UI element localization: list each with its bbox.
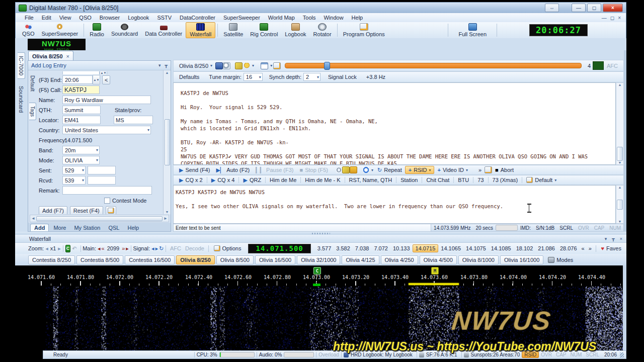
menu-logbook[interactable]: Logbook bbox=[124, 14, 153, 21]
satellite-button[interactable]: Satellite bbox=[220, 22, 247, 38]
modes-button[interactable]: Modes bbox=[545, 256, 576, 263]
maximize-button[interactable]: ◻ bbox=[587, 4, 601, 12]
signal-right-icon[interactable]: ▸ bbox=[154, 245, 159, 252]
country-select[interactable]: United States▾ bbox=[62, 126, 151, 134]
state-field[interactable]: MS bbox=[114, 116, 153, 124]
radio-button[interactable]: Radio bbox=[86, 22, 108, 38]
macro-station[interactable]: Station bbox=[397, 176, 421, 184]
main-fast-left-icon[interactable]: « bbox=[101, 245, 106, 251]
program-options-button[interactable]: Program Options bbox=[340, 22, 388, 38]
select-icon[interactable] bbox=[336, 167, 342, 173]
eraser-icon[interactable] bbox=[342, 166, 350, 173]
fav-freq-7038[interactable]: 7.038 bbox=[353, 245, 372, 252]
locator-field[interactable]: EM41 bbox=[62, 116, 101, 124]
menu-browser[interactable]: Browser bbox=[96, 14, 124, 21]
mdi-close-icon[interactable]: × bbox=[618, 15, 621, 21]
remark-field[interactable] bbox=[62, 186, 152, 195]
scroll-left-icon[interactable]: ◄ bbox=[31, 216, 35, 221]
full-screen-button[interactable]: Full Screen bbox=[450, 22, 495, 38]
end-time-field[interactable]: 20:06 bbox=[62, 75, 93, 84]
tx-options-icon[interactable] bbox=[485, 166, 492, 173]
form-vscrollbar[interactable]: ▲ ▼ bbox=[163, 70, 171, 214]
squelch-slider[interactable] bbox=[285, 63, 582, 68]
start-time-field[interactable] bbox=[62, 71, 100, 74]
macro-cq2[interactable]: ▶CQ x 2 bbox=[176, 176, 206, 184]
wf-afc-toggle[interactable]: AFC bbox=[168, 245, 183, 251]
pin-icon[interactable]: ┳ bbox=[165, 63, 168, 68]
tx-text-pane[interactable]: KA5TPJ KA5TPJ de NW7US NW7US Yes, I see … bbox=[173, 185, 616, 224]
menu-help[interactable]: Help bbox=[348, 14, 367, 21]
wf-decode-toggle[interactable]: Decode bbox=[183, 245, 206, 251]
supersweeper-button[interactable]: SuperSweeper bbox=[38, 22, 82, 38]
rx-vscrollbar[interactable]: ▲▼ bbox=[616, 82, 624, 165]
sent-select[interactable]: 529▾ bbox=[62, 166, 86, 174]
fav-freq-28076[interactable]: 28.076 bbox=[557, 245, 580, 252]
callsign-field[interactable]: KA5TPJ bbox=[62, 85, 100, 94]
fav-freq-18102[interactable]: 18.102 bbox=[514, 245, 536, 252]
sent-extra-field[interactable] bbox=[88, 166, 116, 174]
pause-button[interactable]: ▎▎Pause (F3) bbox=[253, 166, 296, 174]
faves-button[interactable]: ♥Faves bbox=[598, 245, 624, 252]
fav-freq-3577[interactable]: 3.577 bbox=[315, 245, 334, 252]
rig-control-button[interactable]: Rig Control bbox=[247, 22, 281, 38]
menu-datacontroller[interactable]: DataController bbox=[176, 14, 219, 21]
mode-tab-olivia-8-1000[interactable]: Olivia 8/1000 bbox=[458, 255, 499, 264]
tab-close-icon[interactable]: × bbox=[66, 53, 69, 59]
squelch-slider-thumb[interactable] bbox=[324, 62, 330, 70]
resize-icon[interactable]: ⇔ bbox=[545, 4, 559, 12]
tx-vscrollbar[interactable]: ▲▼ bbox=[616, 185, 624, 224]
macro-cq4[interactable]: ▶CQ x 4 bbox=[208, 176, 238, 184]
menu-sstv[interactable]: SSTV bbox=[153, 14, 176, 21]
auto-button[interactable]: ▶▏Auto (F2) bbox=[213, 166, 253, 174]
waterfall-button[interactable]: Waterfall bbox=[186, 22, 215, 38]
reset-button[interactable]: Reset (F4) bbox=[70, 206, 103, 215]
mode-tab-contestia-8-250[interactable]: Contestia 8/250 bbox=[28, 255, 75, 264]
center-marker[interactable]: C bbox=[313, 267, 321, 275]
mode-tab-olivia-8-500[interactable]: Olivia 8/500 bbox=[216, 255, 254, 264]
wf-options-button[interactable]: Options bbox=[211, 245, 245, 252]
rx-mode-dropdown[interactable]: Olivia 8/250▾ bbox=[176, 62, 215, 69]
menu-tools[interactable]: Tools bbox=[299, 14, 320, 21]
menu-worldmap[interactable]: World Map bbox=[264, 14, 299, 21]
undo-icon[interactable]: ↶ bbox=[70, 245, 78, 252]
scroll-up-icon[interactable]: ▲ bbox=[618, 83, 622, 86]
qth-field[interactable]: Summit bbox=[62, 106, 101, 114]
signal-lock-button[interactable]: Signal Lock bbox=[325, 73, 360, 80]
side-tab-default[interactable]: Default bbox=[29, 72, 36, 95]
fav-freq-3582[interactable]: 3.582 bbox=[334, 245, 353, 252]
fav-freq-141085[interactable]: 14.1085 bbox=[489, 245, 514, 252]
mode-tab-olivia-4-500[interactable]: Olivia 4/500 bbox=[420, 255, 457, 264]
log-options-button[interactable] bbox=[106, 206, 116, 215]
macro-default-dropdown[interactable]: Default▾ bbox=[523, 176, 559, 184]
menu-window[interactable]: Window bbox=[319, 14, 347, 21]
document-tab-olivia[interactable]: Olivia 8/250 × bbox=[28, 51, 73, 61]
prev-time-button[interactable]: < bbox=[102, 75, 110, 84]
save-icon[interactable] bbox=[215, 62, 223, 69]
waterfall-display[interactable]: C M 14.071.60 14.071.80 14.072.00 14.072… bbox=[15, 265, 626, 351]
macro-chit-chat[interactable]: Chit Chat bbox=[423, 176, 452, 184]
minimize-button[interactable]: — bbox=[572, 4, 586, 12]
side-tab-soundcard[interactable]: Soundcard bbox=[18, 83, 25, 116]
tab-my-station[interactable]: My Station bbox=[70, 224, 104, 231]
rx-options-icon[interactable] bbox=[273, 62, 281, 69]
mouse-marker[interactable]: M bbox=[431, 267, 439, 275]
pin-icon[interactable]: ┳ bbox=[612, 236, 614, 241]
mode-tab-olivia-4-250[interactable]: Olivia 4/250 bbox=[381, 255, 418, 264]
mdi-restore-icon[interactable]: ◻ bbox=[610, 15, 614, 21]
menu-edit[interactable]: Edit bbox=[38, 14, 55, 21]
send-button[interactable]: ▶Send (F4) bbox=[176, 166, 213, 174]
scroll-down-icon[interactable]: ▼ bbox=[618, 161, 622, 164]
mode-tab-contestia-16-500[interactable]: Contestia 16/500 bbox=[125, 255, 175, 264]
add-button[interactable]: Add (F7) bbox=[39, 206, 67, 215]
fav-freq-141065[interactable]: 14.1065 bbox=[438, 245, 463, 252]
rotator-button[interactable]: Rotator bbox=[310, 22, 335, 38]
rx-text-pane[interactable]: KA5TPJ de NW7US Hi Roy. Your signal is 5… bbox=[173, 82, 616, 165]
synch-depth-select[interactable]: 2▾ bbox=[303, 73, 320, 81]
eraser-icon[interactable] bbox=[235, 62, 243, 69]
close-icon[interactable]: × bbox=[620, 236, 622, 241]
rsid-toggle[interactable]: +RSID▾ bbox=[405, 166, 435, 174]
defaults-button[interactable]: Defaults bbox=[176, 73, 202, 80]
mode-tab-contestia-8-500[interactable]: Contestia 8/500 bbox=[76, 255, 123, 264]
menu-qso[interactable]: QSO bbox=[75, 14, 95, 21]
layout-dropdown[interactable]: ▾ bbox=[260, 62, 273, 70]
